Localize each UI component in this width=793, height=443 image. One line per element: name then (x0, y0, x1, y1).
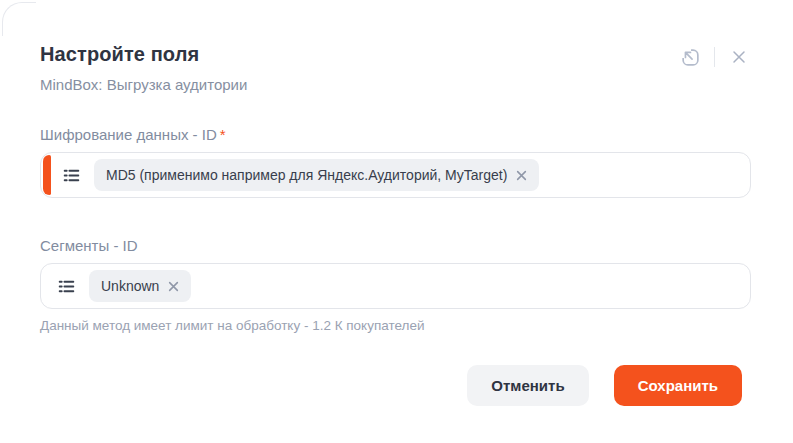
selected-tag: Unknown (89, 270, 191, 302)
dialog-subtitle: MindBox: Выгрузка аудитории (40, 76, 247, 93)
selected-tag: MD5 (применимо например для Яндекс.Аудит… (94, 159, 539, 191)
tag-remove-icon[interactable] (516, 170, 527, 181)
close-icon[interactable] (727, 45, 751, 69)
field-label: Шифрование данных - ID* (40, 126, 751, 143)
header-actions (678, 45, 751, 69)
segments-id-input[interactable]: Unknown (40, 263, 751, 309)
field-label: Сегменты - ID (40, 237, 751, 254)
dialog-header: Настройте поля MindBox: Выгрузка аудитор… (40, 42, 751, 93)
field-label-text: Шифрование данных - ID (40, 126, 217, 143)
dialog-footer: Отменить Сохранить (40, 365, 751, 406)
configure-fields-dialog: Настройте поля MindBox: Выгрузка аудитор… (0, 0, 793, 443)
required-accent-bar (43, 155, 51, 195)
field-encryption-id: Шифрование данных - ID* MD5 (применимо н… (40, 126, 751, 198)
field-label-text: Сегменты - ID (40, 237, 138, 254)
tag-label: MD5 (применимо например для Яндекс.Аудит… (106, 167, 507, 183)
cancel-button[interactable]: Отменить (467, 365, 588, 406)
tag-label: Unknown (101, 278, 159, 294)
field-helper-text: Данный метод имеет лимит на обработку - … (40, 318, 751, 333)
list-icon (57, 277, 76, 296)
dialog-title: Настройте поля (40, 42, 247, 66)
save-button[interactable]: Сохранить (614, 365, 742, 406)
popout-icon[interactable] (678, 45, 702, 69)
required-asterisk: * (220, 126, 226, 143)
list-icon (62, 166, 81, 185)
field-segments-id: Сегменты - ID Unknown Данный метод имеет… (40, 237, 751, 333)
encryption-id-input[interactable]: MD5 (применимо например для Яндекс.Аудит… (40, 152, 751, 198)
header-divider (714, 47, 715, 67)
tag-remove-icon[interactable] (168, 281, 179, 292)
dialog-header-text: Настройте поля MindBox: Выгрузка аудитор… (40, 42, 247, 93)
